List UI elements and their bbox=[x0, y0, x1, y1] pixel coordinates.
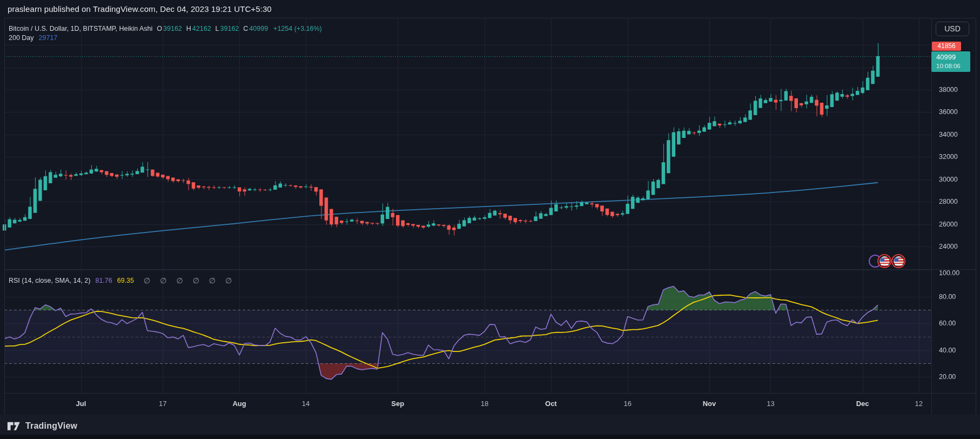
footer-bottom-strip bbox=[0, 435, 980, 439]
ohlc-open: O39162 bbox=[157, 25, 182, 32]
time-axis-label: 16 bbox=[616, 400, 640, 408]
empty-set-icon: ∅ bbox=[209, 276, 216, 285]
ohlc-close: C40999 bbox=[243, 25, 268, 32]
time-axis-label: Sep bbox=[386, 400, 410, 408]
price-axis-label: 30000 bbox=[931, 176, 979, 184]
price-axis-label: 26000 bbox=[931, 221, 979, 229]
price-axis-label: 28000 bbox=[931, 198, 979, 206]
us-flag-icon bbox=[894, 256, 904, 267]
time-axis-label: 18 bbox=[473, 400, 496, 408]
symbol-title[interactable]: Bitcoin / U.S. Dollar, 1D, BITSTAMP, Hei… bbox=[9, 25, 152, 32]
bar-countdown: 10:08:06 bbox=[936, 62, 970, 70]
alert-price-badge[interactable]: 41856 bbox=[932, 42, 961, 51]
rsi-title: RSI (14, close, SMA, 14, 2) bbox=[9, 277, 90, 284]
change-value: +1254 (+3.16%) bbox=[273, 25, 322, 32]
time-axis-label: Oct bbox=[539, 400, 563, 408]
empty-set-icon: ∅ bbox=[160, 276, 166, 285]
empty-set-icon: ∅ bbox=[225, 276, 232, 285]
rsi-axis-label: 40.00 bbox=[931, 347, 979, 355]
ohlc-low: L39162 bbox=[216, 25, 239, 32]
tradingview-logo-link[interactable]: TradingView bbox=[7, 421, 77, 431]
rsi-legend-row[interactable]: RSI (14, close, SMA, 14, 2) 81.76 69.35 … bbox=[9, 276, 232, 285]
brand-name: TradingView bbox=[25, 421, 77, 431]
rsi-axis-label: 100.00 bbox=[931, 269, 979, 277]
price-axis-label: 32000 bbox=[931, 153, 979, 161]
ma-legend-row[interactable]: 200 Day 29717 bbox=[9, 34, 57, 42]
rsi-axis-label: 60.00 bbox=[931, 320, 979, 328]
price-axis-label: 24000 bbox=[931, 243, 979, 251]
rsi-axis-label: 80.00 bbox=[931, 293, 979, 301]
rsi-axis-label: 20.00 bbox=[931, 373, 979, 381]
symbol-legend-row[interactable]: Bitcoin / U.S. Dollar, 1D, BITSTAMP, Hei… bbox=[9, 25, 322, 32]
price-axis-label: 36000 bbox=[931, 108, 979, 116]
last-price-value: 40999 bbox=[936, 52, 970, 62]
currency-toggle-button[interactable]: USD bbox=[936, 22, 969, 36]
us-flag-icon bbox=[880, 256, 890, 267]
rsi-value: 81.76 bbox=[95, 277, 112, 284]
time-axis-label: Aug bbox=[227, 400, 251, 408]
last-price-badge[interactable]: 40999 10:08:06 bbox=[931, 51, 970, 72]
time-axis-label: Nov bbox=[697, 400, 721, 408]
published-line: praslearn published on TradingView.com, … bbox=[8, 4, 272, 14]
us-flag-marker-icon[interactable] bbox=[891, 254, 905, 268]
tradingview-logo-icon bbox=[7, 421, 21, 431]
ohlc-high: H42162 bbox=[186, 25, 211, 32]
ma-value: 29717 bbox=[39, 34, 58, 42]
chart-overlay: praslearn published on TradingView.com, … bbox=[0, 0, 980, 439]
tradingview-published-chart: { "header": { "published_line": "praslea… bbox=[0, 0, 980, 439]
time-axis-label: 12 bbox=[907, 400, 931, 408]
time-axis-label: 17 bbox=[151, 400, 174, 408]
time-axis-label: 13 bbox=[759, 400, 782, 408]
empty-set-icon: ∅ bbox=[144, 276, 150, 285]
rsi-sma-value: 69.35 bbox=[117, 277, 134, 284]
time-axis-label: Jul bbox=[69, 400, 93, 408]
time-axis-label: 14 bbox=[294, 400, 318, 408]
price-axis-label: 34000 bbox=[931, 131, 979, 139]
ma-label: 200 Day bbox=[9, 34, 34, 42]
time-axis-label: Dec bbox=[851, 400, 875, 408]
us-flag-marker-icon[interactable] bbox=[877, 254, 891, 268]
price-axis-label: 38000 bbox=[931, 86, 979, 94]
empty-set-icon: ∅ bbox=[176, 276, 183, 285]
empty-set-icon: ∅ bbox=[193, 276, 199, 285]
